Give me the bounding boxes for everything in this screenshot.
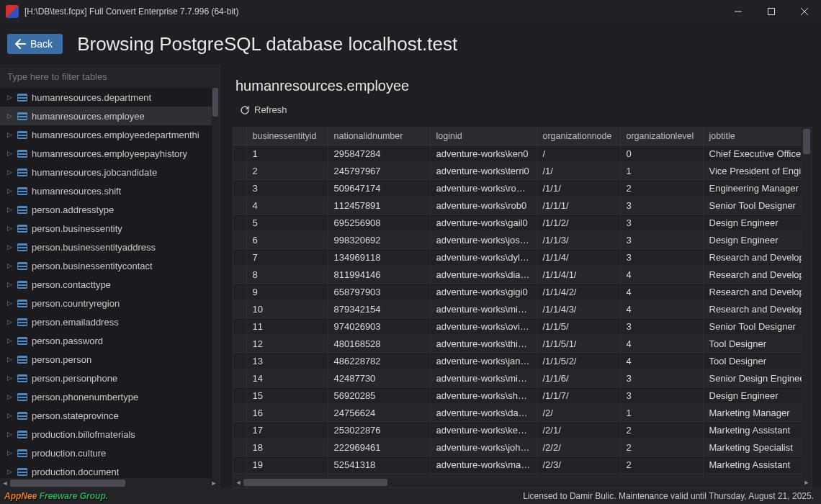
expander-icon[interactable]: ▷ [7,337,14,344]
row-header[interactable] [233,318,246,335]
cell[interactable]: adventure-works\jossef0 [430,231,537,248]
cell[interactable]: 509647174 [328,179,430,197]
table-row[interactable]: 4112457891adventure-works\rob0/1/1/1/3Se… [233,197,802,214]
expander-icon[interactable]: ▷ [7,187,14,194]
row-header[interactable] [233,179,246,197]
cell[interactable]: adventure-works\mary2 [430,456,537,473]
cell[interactable]: adventure-works\kevin0 [430,421,537,438]
row-header[interactable] [233,300,246,318]
cell[interactable]: adventure-works\john5 [430,438,537,456]
cell[interactable]: adventure-works\sharon0 [430,387,537,404]
sidebar-item[interactable]: ▷person.countryregion [0,294,212,312]
sidebar-item[interactable]: ▷humanresources.shift [0,181,212,200]
cell[interactable]: 5 [246,214,328,231]
cell[interactable]: 19 [246,456,328,473]
sidebar-item[interactable]: ▷production.document [0,462,212,478]
cell[interactable]: 134969118 [328,248,430,266]
cell[interactable]: adventure-works\gigi0 [430,283,537,300]
row-header[interactable] [233,369,246,387]
row-header[interactable] [233,421,246,438]
table-row[interactable]: 3509647174adventure-works\roberto0/1/1/2… [233,179,802,197]
row-header[interactable] [233,283,246,300]
cell[interactable]: 16 [246,404,328,421]
cell[interactable]: 56920285 [328,387,430,404]
sidebar-item[interactable]: ▷person.password [0,331,212,350]
cell[interactable]: /1/1/5/2/ [537,352,620,369]
cell[interactable]: adventure-works\gail0 [430,214,537,231]
cell[interactable]: adventure-works\diane1 [430,266,537,283]
cell[interactable]: adventure-works\ken0 [430,145,537,162]
column-header[interactable]: loginid [430,127,537,145]
cell[interactable]: / [537,145,620,162]
sidebar-item[interactable]: ▷humanresources.jobcandidate [0,163,212,181]
cell[interactable]: 112457891 [328,197,430,214]
cell[interactable]: /1/ [537,162,620,179]
cell[interactable]: 4 [620,335,703,352]
table-row[interactable]: 1442487730adventure-works\michael8/1/1/6… [233,369,802,387]
sidebar-item[interactable]: ▷person.stateprovince [0,406,212,425]
cell[interactable]: 295847284 [328,145,430,162]
cell[interactable]: 1 [620,162,703,179]
table-row[interactable]: 11974026903adventure-works\ovidiu0/1/1/5… [233,318,802,335]
cell[interactable]: 879342154 [328,300,430,318]
cell[interactable]: 974026903 [328,318,430,335]
row-header[interactable] [233,214,246,231]
cell[interactable]: 695256908 [328,214,430,231]
cell[interactable]: 24756624 [328,404,430,421]
cell[interactable]: Research and Development M [703,248,802,266]
cell[interactable]: 3 [620,318,703,335]
minimize-button[interactable] [722,0,755,23]
row-header[interactable] [233,231,246,248]
cell[interactable]: 486228782 [328,352,430,369]
cell[interactable]: 253022876 [328,421,430,438]
column-header[interactable]: organizationlevel [620,127,703,145]
expander-icon[interactable]: ▷ [7,468,14,475]
cell[interactable]: Engineering Manager [703,179,802,197]
cell[interactable]: 3 [246,179,328,197]
cell[interactable]: 13 [246,352,328,369]
cell[interactable]: /1/1/4/1/ [537,266,620,283]
cell[interactable]: /1/1/5/1/ [537,335,620,352]
sidebar-item[interactable]: ▷person.contacttype [0,275,212,294]
table-row[interactable]: 2245797967adventure-works\terri0/1/1Vice… [233,162,802,179]
cell[interactable]: /1/1/4/2/ [537,283,620,300]
row-header[interactable] [233,404,246,421]
cell[interactable]: 3 [620,387,703,404]
cell[interactable]: Chief Executive Officer [703,145,802,162]
close-button[interactable] [788,0,821,23]
expander-icon[interactable]: ▷ [7,374,14,382]
sidebar-item[interactable]: ▷humanresources.employee [0,107,212,125]
cell[interactable]: Research and Development Er [703,283,802,300]
expander-icon[interactable]: ▷ [7,300,14,307]
table-row[interactable]: 6998320692adventure-works\jossef0/1/1/3/… [233,231,802,248]
cell[interactable]: 222969461 [328,438,430,456]
cell[interactable]: /1/1/3/ [537,231,620,248]
data-grid[interactable]: businessentityidnationalidnumberloginido… [233,127,812,489]
maximize-button[interactable] [755,0,788,23]
cell[interactable]: 4 [246,197,328,214]
table-row[interactable]: 18222969461adventure-works\john5/2/2/2Ma… [233,438,802,456]
cell[interactable]: /1/1/5/ [537,318,620,335]
row-header[interactable] [233,456,246,473]
sidebar-item[interactable]: ▷person.emailaddress [0,312,212,331]
cell[interactable]: Senior Tool Designer [703,318,802,335]
expander-icon[interactable]: ▷ [7,243,14,251]
cell[interactable]: 11 [246,318,328,335]
cell[interactable]: /1/1/ [537,179,620,197]
refresh-button[interactable]: Refresh [240,104,287,115]
cell[interactable]: adventure-works\ovidiu0 [430,318,537,335]
table-row[interactable]: 9658797903adventure-works\gigi0/1/1/4/2/… [233,283,802,300]
cell[interactable]: 3 [620,248,703,266]
cell[interactable]: /2/2/ [537,438,620,456]
cell[interactable]: 811994146 [328,266,430,283]
column-header[interactable]: jobtitle [703,127,802,145]
cell[interactable]: 4 [620,300,703,318]
sidebar-item[interactable]: ▷person.addresstype [0,200,212,219]
cell[interactable]: adventure-works\janice0 [430,352,537,369]
cell[interactable]: Design Engineer [703,214,802,231]
sidebar-item[interactable]: ▷humanresources.department [0,88,212,107]
cell[interactable]: adventure-works\michael6 [430,300,537,318]
cell[interactable]: 4 [620,266,703,283]
cell[interactable]: 2 [620,421,703,438]
column-header[interactable]: businessentityid [246,127,328,145]
